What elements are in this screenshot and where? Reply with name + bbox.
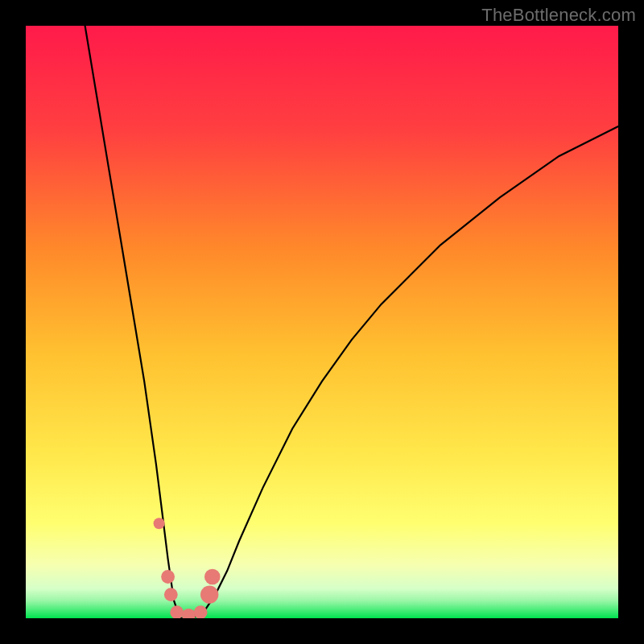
plot-area bbox=[26, 26, 618, 618]
curve-marker bbox=[204, 569, 221, 585]
gradient-background bbox=[26, 26, 618, 618]
chart-frame: TheBottleneck.com bbox=[0, 0, 644, 644]
chart-svg bbox=[26, 26, 618, 618]
curve-marker bbox=[200, 585, 218, 603]
watermark-text: TheBottleneck.com bbox=[481, 5, 636, 26]
curve-marker bbox=[161, 570, 175, 584]
curve-marker bbox=[164, 588, 178, 601]
curve-marker bbox=[154, 518, 165, 529]
